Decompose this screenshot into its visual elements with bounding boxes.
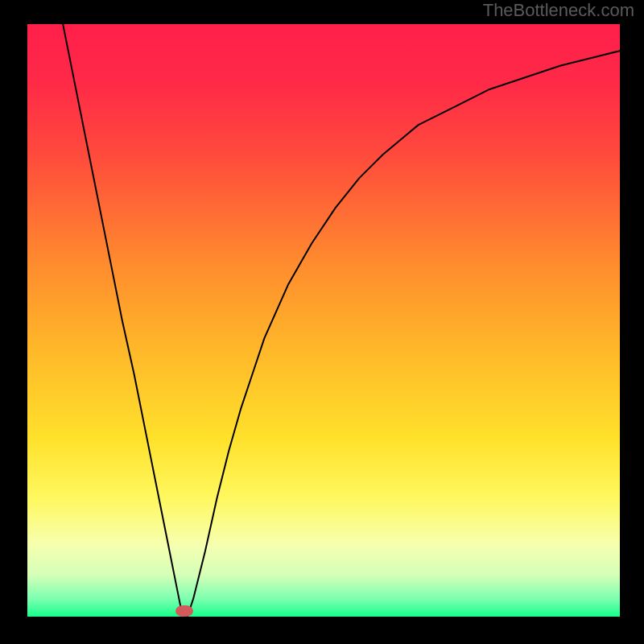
plot-area [27,24,620,617]
curve-path [63,24,620,617]
bottleneck-curve [27,24,620,617]
watermark-text: TheBottleneck.com [483,0,634,21]
optimal-point-marker [175,605,193,617]
